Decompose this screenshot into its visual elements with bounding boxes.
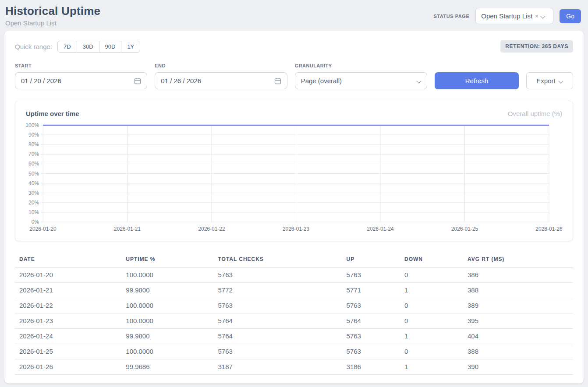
table-cell: 5763 — [342, 344, 400, 359]
granularity-field: GRANULARITY Page (overall) — [295, 63, 427, 89]
page-subtitle: Open Startup List — [5, 19, 100, 27]
table-cell: 2026-01-25 — [15, 344, 121, 359]
status-page-value: Open Startup List — [481, 12, 532, 20]
column-header: UP — [342, 252, 400, 267]
table-row: 2026-01-20100.0000576357630386 — [15, 267, 573, 283]
table-cell: 5772 — [214, 283, 342, 298]
svg-text:2026-01-23: 2026-01-23 — [283, 226, 310, 232]
svg-text:80%: 80% — [28, 141, 39, 148]
column-header: AVG RT (MS) — [463, 252, 573, 267]
svg-text:50%: 50% — [28, 171, 39, 177]
svg-text:2026-01-26: 2026-01-26 — [535, 226, 563, 232]
chart-card: Uptime over time Overall uptime (%) 0%10… — [15, 101, 573, 241]
table-cell: 1 — [400, 359, 463, 375]
svg-text:10%: 10% — [28, 209, 39, 215]
table-cell: 386 — [463, 267, 573, 283]
table-cell: 100.0000 — [121, 344, 213, 359]
svg-text:2026-01-20: 2026-01-20 — [29, 226, 57, 232]
quick-range-1y[interactable]: 1Y — [121, 41, 140, 53]
end-date-label: END — [155, 63, 287, 68]
table-header-row: DATEUPTIME %TOTAL CHECKSUPDOWNAVG RT (MS… — [15, 252, 573, 267]
table-cell: 100.0000 — [121, 267, 213, 283]
uptime-table: DATEUPTIME %TOTAL CHECKSUPDOWNAVG RT (MS… — [15, 252, 573, 375]
table-cell: 99.9686 — [121, 359, 213, 375]
table-cell: 100.0000 — [121, 298, 213, 313]
controls-top: Quick range: 7D30D90D1Y RETENTION: 365 D… — [15, 40, 573, 53]
svg-text:20%: 20% — [28, 200, 39, 206]
table-cell: 1 — [400, 329, 463, 344]
table-cell: 5763 — [214, 344, 342, 359]
table-cell: 395 — [463, 313, 573, 329]
header-right: STATUS PAGE Open Startup List × Go — [433, 8, 581, 24]
quick-range-group: 7D30D90D1Y — [57, 41, 140, 53]
table-cell: 0 — [400, 313, 463, 329]
chart-head: Uptime over time Overall uptime (%) — [26, 110, 562, 117]
table-cell: 2026-01-26 — [15, 359, 121, 375]
chart-title: Uptime over time — [26, 110, 79, 117]
quick-range-30d[interactable]: 30D — [77, 41, 99, 53]
title-block: Historical Uptime Open Startup List — [5, 4, 100, 27]
uptime-chart: 0%10%20%30%40%50%60%70%80%90%100%2026-01… — [26, 122, 563, 236]
chevron-down-icon — [559, 79, 563, 83]
svg-text:90%: 90% — [28, 132, 39, 138]
page-header: Historical Uptime Open Startup List STAT… — [0, 0, 588, 31]
chevron-down-icon — [541, 14, 545, 18]
table-cell: 389 — [463, 298, 573, 313]
retention-badge: RETENTION: 365 DAYS — [500, 40, 573, 53]
start-date-input[interactable]: 01 / 20 / 2026 — [15, 72, 147, 89]
table-cell: 1 — [400, 283, 463, 298]
table-cell: 5764 — [214, 313, 342, 329]
svg-text:100%: 100% — [25, 122, 39, 128]
export-button[interactable]: Export — [526, 72, 573, 89]
table-cell: 5763 — [342, 267, 400, 283]
quick-range-7d[interactable]: 7D — [57, 41, 77, 53]
svg-text:40%: 40% — [28, 180, 39, 186]
table-cell: 5763 — [342, 298, 400, 313]
table-cell: 404 — [463, 329, 573, 344]
table-row: 2026-01-23100.0000576457640395 — [15, 313, 573, 329]
svg-text:2026-01-21: 2026-01-21 — [114, 226, 141, 232]
status-page-label: STATUS PAGE — [433, 14, 469, 19]
table-row: 2026-01-2499.9800576457631404 — [15, 329, 573, 344]
table-cell: 0 — [400, 344, 463, 359]
table-cell: 0 — [400, 298, 463, 313]
table-cell: 3187 — [214, 359, 342, 375]
end-date-input[interactable]: 01 / 26 / 2026 — [155, 72, 287, 89]
refresh-button[interactable]: Refresh — [435, 72, 519, 89]
table-cell: 99.9800 — [121, 283, 213, 298]
column-header: DATE — [15, 252, 121, 267]
calendar-icon[interactable] — [274, 77, 281, 84]
table-cell: 2026-01-20 — [15, 267, 121, 283]
column-header: UPTIME % — [121, 252, 213, 267]
end-date-field: END 01 / 26 / 2026 — [155, 63, 287, 89]
table-cell: 2026-01-23 — [15, 313, 121, 329]
quick-range-90d[interactable]: 90D — [99, 41, 122, 53]
table-row: 2026-01-2199.9800577257711388 — [15, 283, 573, 298]
table-cell: 5763 — [214, 267, 342, 283]
status-page-select[interactable]: Open Startup List × — [475, 8, 553, 24]
table-cell: 3186 — [342, 359, 400, 375]
granularity-select[interactable]: Page (overall) — [295, 72, 427, 89]
export-label: Export — [536, 77, 555, 84]
table-cell: 2026-01-21 — [15, 283, 121, 298]
column-header: DOWN — [400, 252, 463, 267]
table-cell: 5763 — [214, 298, 342, 313]
svg-text:60%: 60% — [28, 161, 39, 167]
table-cell: 5764 — [214, 329, 342, 344]
table-row: 2026-01-2699.9686318731861390 — [15, 359, 573, 375]
svg-text:30%: 30% — [28, 190, 39, 196]
table-cell: 2026-01-22 — [15, 298, 121, 313]
table-cell: 2026-01-24 — [15, 329, 121, 344]
table-head: DATEUPTIME %TOTAL CHECKSUPDOWNAVG RT (MS… — [15, 252, 573, 267]
go-button[interactable]: Go — [560, 9, 581, 23]
table-cell: 99.9800 — [121, 329, 213, 344]
table-cell: 5763 — [342, 329, 400, 344]
table-cell: 388 — [463, 283, 573, 298]
clear-icon[interactable]: × — [535, 13, 538, 19]
chevron-down-icon — [417, 79, 421, 83]
quick-range-block: Quick range: 7D30D90D1Y — [15, 41, 140, 53]
main-panel: Quick range: 7D30D90D1Y RETENTION: 365 D… — [4, 31, 584, 383]
quick-range-label: Quick range: — [15, 43, 52, 50]
calendar-icon[interactable] — [134, 77, 141, 84]
table-cell: 390 — [463, 359, 573, 375]
